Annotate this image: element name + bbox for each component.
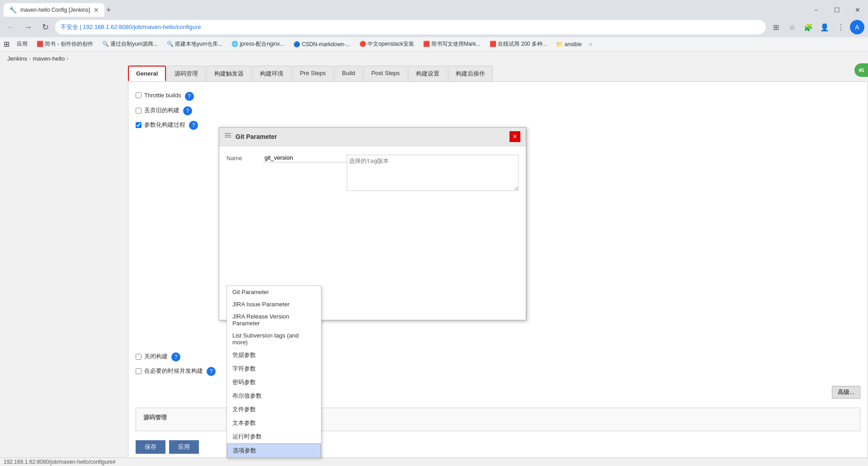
- tab-pre-steps[interactable]: Pre Steps: [292, 66, 333, 81]
- concurrent-build-label: 在必要的时候并发构建: [144, 367, 203, 375]
- throttle-builds-row: Throttle builds ?: [136, 89, 860, 104]
- concurrent-build-help[interactable]: ?: [207, 367, 216, 376]
- dropdown-choice-param[interactable]: 选项参数: [227, 443, 321, 458]
- tab-close-btn[interactable]: ✕: [94, 6, 99, 14]
- bookmark-ansible[interactable]: 📁ansible: [552, 40, 585, 48]
- bookmark-jianshu[interactable]: 🟥 简书 - 创作你的创作: [33, 39, 97, 49]
- bookmark-online[interactable]: 🟥 在线试用 200 多种...: [486, 39, 551, 49]
- dropdown-boolean-param[interactable]: 布尔值参数: [227, 389, 321, 403]
- concurrent-build-checkbox[interactable]: [136, 368, 142, 374]
- advanced-button[interactable]: 高级...: [832, 386, 860, 399]
- throttle-builds-help[interactable]: ?: [185, 92, 194, 101]
- tab-post-build[interactable]: 构建后操作: [448, 66, 493, 81]
- apps-icon[interactable]: ⊞: [4, 40, 9, 48]
- disable-build-label: 关闭构建: [144, 352, 168, 361]
- profile-button[interactable]: A: [850, 20, 864, 34]
- tab-favicon: 🔧: [9, 6, 17, 14]
- dropdown-list-subversion[interactable]: List Subversion tags (and more): [227, 329, 321, 348]
- breadcrumb-maven-hello[interactable]: maven-hello: [33, 55, 65, 62]
- tab-triggers[interactable]: 构建触发器: [207, 66, 251, 81]
- tab-title: maven-hello Config [Jenkins]: [20, 7, 90, 13]
- param-type-dropdown: Git Parameter JIRA Issue Parameter JIRA …: [226, 285, 321, 458]
- maximize-button[interactable]: ☐: [826, 1, 847, 19]
- browser-tab[interactable]: 🔧 maven-hello Config [Jenkins] ✕: [4, 3, 104, 17]
- breadcrumb-jenkins[interactable]: Jenkins: [7, 55, 27, 62]
- discard-builds-row: 丢弃旧的构建 ?: [136, 104, 860, 118]
- status-url: 192.168.1.62:8080/job/maven-hello/config…: [4, 459, 116, 461]
- tab-env[interactable]: 构建环境: [252, 66, 291, 81]
- address-input[interactable]: [55, 20, 766, 34]
- parameterized-builds-checkbox[interactable]: [136, 122, 142, 128]
- dropdown-jira-issue[interactable]: JIRA Issue Parameter: [227, 298, 321, 310]
- tab-post-steps[interactable]: Post Steps: [363, 66, 407, 81]
- apply-button[interactable]: 应用: [169, 440, 199, 454]
- back-button[interactable]: ←: [4, 20, 18, 34]
- bookmark-apps[interactable]: 应用: [13, 39, 31, 49]
- green-circle-value: 45: [859, 67, 864, 73]
- reload-button[interactable]: ↻: [38, 20, 52, 34]
- dialog-drag-handle[interactable]: [225, 133, 232, 140]
- dropdown-password-param[interactable]: 密码参数: [227, 376, 321, 389]
- close-button[interactable]: ✕: [847, 1, 868, 19]
- dialog-body: Name Git Parameter JIRA Issue Parameter …: [219, 146, 526, 320]
- dropdown-string-param[interactable]: 字符参数: [227, 362, 321, 376]
- forward-button[interactable]: →: [21, 20, 35, 34]
- dialog-close-button[interactable]: ×: [509, 131, 520, 142]
- save-button[interactable]: 保存: [136, 440, 165, 454]
- extensions-button[interactable]: 🧩: [801, 20, 816, 34]
- dialog-header: Git Parameter ×: [219, 128, 526, 146]
- disable-build-help[interactable]: ?: [171, 352, 180, 361]
- dropdown-text-param[interactable]: 文本参数: [227, 416, 321, 430]
- dialog-title: Git Parameter: [236, 133, 277, 140]
- green-circle-badge[interactable]: 45: [854, 63, 868, 77]
- dropdown-credential-param[interactable]: 凭据参数: [227, 348, 321, 362]
- tab-general[interactable]: General: [128, 66, 166, 81]
- description-textarea[interactable]: [347, 155, 519, 191]
- bookmarks-bar: ⊞ 应用 🟥 简书 - 创作你的创作 🔍 通过自制yum源商... 🔍 搭建本地…: [0, 37, 868, 52]
- bookmark-button[interactable]: ☆: [785, 20, 799, 34]
- discard-builds-help[interactable]: ?: [183, 106, 192, 115]
- bookmark-openstack[interactable]: 🔴 中文openstack安装: [356, 39, 418, 49]
- bookmark-csdn[interactable]: 🔵 CSDN-markdown-...: [290, 40, 354, 48]
- git-parameter-dialog: Git Parameter × Name Git Parameter JI: [219, 127, 526, 320]
- dialog-name-label: Name: [226, 155, 263, 162]
- parameterized-builds-label: 参数化构建过程: [144, 121, 185, 129]
- translate-button[interactable]: ⊞: [769, 20, 783, 34]
- bookmark-yum1[interactable]: 🔍 通过自制yum源商...: [99, 39, 161, 49]
- config-content: Throttle builds ? 丢弃旧的构建 ? 参数化构建过程: [128, 81, 868, 461]
- bookmark-jianshu2[interactable]: 🟥 简书写文使用Mark...: [420, 39, 484, 49]
- new-tab-button[interactable]: +: [106, 5, 111, 15]
- bookmarks-more[interactable]: »: [589, 41, 592, 48]
- bookmark-jpress[interactable]: 🌐 jpress-配合nginx...: [228, 39, 288, 49]
- dropdown-git-parameter[interactable]: Git Parameter: [227, 286, 321, 298]
- config-tabs: General 源码管理 构建触发器 构建环境 Pre Steps Build …: [0, 66, 868, 81]
- tab-source[interactable]: 源码管理: [167, 66, 206, 81]
- more-button[interactable]: ⋮: [834, 20, 848, 34]
- description-area: [347, 155, 519, 192]
- tab-build-settings[interactable]: 构建设置: [408, 66, 447, 81]
- bookmark-yum2[interactable]: 🔍 搭建本地yum仓库...: [163, 39, 226, 49]
- disable-build-checkbox[interactable]: [136, 354, 142, 360]
- throttle-builds-label: Throttle builds: [144, 92, 181, 99]
- dropdown-file-param[interactable]: 文件参数: [227, 403, 321, 416]
- minimize-button[interactable]: −: [806, 1, 826, 19]
- dropdown-runtime-param[interactable]: 运行时参数: [227, 430, 321, 443]
- parameterized-builds-help[interactable]: ?: [189, 121, 198, 130]
- dropdown-jira-release[interactable]: JIRA Release Version Parameter: [227, 310, 321, 329]
- tab-build[interactable]: Build: [335, 66, 363, 81]
- throttle-builds-checkbox[interactable]: [136, 92, 142, 98]
- status-bar: 192.168.1.62:8080/job/maven-hello/config…: [0, 457, 868, 461]
- breadcrumb: Jenkins › maven-hello ›: [0, 52, 868, 66]
- discard-builds-checkbox[interactable]: [136, 108, 142, 114]
- discard-builds-label: 丢弃旧的构建: [144, 106, 179, 114]
- account-button[interactable]: 👤: [817, 20, 832, 34]
